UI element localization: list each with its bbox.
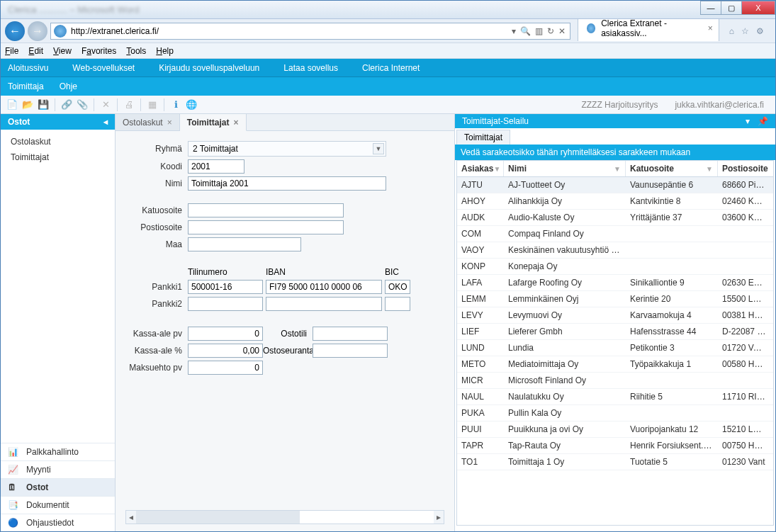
col-header-asiakas[interactable]: Asiakas▼: [457, 161, 504, 176]
table-row[interactable]: TAPRTap-Rauta OyHenrik Forsiuksent. 3900…: [457, 438, 773, 454]
sidebar-nav-ohjaustiedot[interactable]: 🔵 Ohjaustiedot: [1, 514, 115, 531]
table-row[interactable]: LUNDLundiaPetikontie 301720 Vanta: [457, 340, 773, 356]
name-input[interactable]: [188, 176, 386, 191]
grid-body[interactable]: AJTUAJ-Tuotteet OyVaunusepäntie 668660 P…: [457, 177, 773, 525]
table-row[interactable]: LEMMLemminkäinen OyjKerintie 2015500 LAH…: [457, 291, 773, 307]
table-row[interactable]: VAOYKeskinäinen vakuutusyhtiö Oy: [457, 242, 773, 259]
help-globe-icon[interactable]: 🌐: [184, 98, 198, 112]
bank1-iban-input[interactable]: [266, 280, 382, 294]
sidebar-link-toimittajat[interactable]: Toimittajat: [1, 149, 115, 165]
pin-icon[interactable]: 📌: [758, 116, 768, 126]
menu-tools[interactable]: Tools: [126, 46, 146, 56]
post-input[interactable]: [188, 220, 344, 234]
nav-clerica-internet[interactable]: Clerica Internet: [362, 63, 420, 73]
save-icon[interactable]: 💾: [36, 98, 50, 112]
tab-close-icon[interactable]: ×: [167, 118, 172, 128]
tools-gear-icon[interactable]: ⚙: [756, 26, 764, 36]
table-row[interactable]: COMCompaq Finland Oy: [457, 226, 773, 242]
sidebar-nav-ostot[interactable]: 🗓 Ostot: [1, 478, 115, 496]
menu-help[interactable]: Help: [156, 46, 174, 56]
scroll-right-icon[interactable]: ▸: [434, 511, 444, 523]
table-row[interactable]: AUDKAudio-Kaluste OyYrittäjäntie 3703600…: [457, 210, 773, 226]
address-bar[interactable]: ▾ 🔍 ▥ ↻ ✕: [50, 23, 570, 40]
table-row[interactable]: LIEFLieferer GmbhHafensstrasse 44D-22087…: [457, 324, 773, 340]
info-icon[interactable]: ℹ: [169, 98, 183, 112]
menu-view[interactable]: View: [53, 46, 72, 56]
col-header-katuosoite[interactable]: Katuosoite▼: [626, 161, 718, 176]
bank1-acct-input[interactable]: [188, 280, 263, 294]
window-minimize-button[interactable]: —: [700, 1, 721, 15]
col-header-postiosoite[interactable]: Postiosoite: [718, 161, 770, 176]
col-header-nimi[interactable]: Nimi▼: [504, 161, 626, 176]
scroll-thumb[interactable]: [136, 511, 300, 523]
subnav-toimittaja[interactable]: Toimittaja: [8, 81, 44, 91]
favorites-icon[interactable]: ☆: [741, 26, 749, 36]
window-close-button[interactable]: X: [741, 1, 775, 15]
properties-icon[interactable]: ▦: [145, 98, 159, 112]
ostotili-input[interactable]: [313, 327, 388, 341]
sidebar-link-ostolaskut[interactable]: Ostolaskut: [1, 134, 115, 149]
table-row[interactable]: LAFALafarge Roofing OySinikalliontie 902…: [457, 275, 773, 291]
open-icon[interactable]: 📂: [21, 98, 35, 112]
tab-close-icon[interactable]: ×: [708, 23, 713, 33]
filter-icon[interactable]: ▼: [706, 165, 713, 173]
bank2-bic-input[interactable]: [385, 297, 410, 311]
panel-menu-icon[interactable]: ▾: [746, 116, 750, 126]
nav-websovellukset[interactable]: Web-sovellukset: [72, 63, 135, 73]
subnav-ohje[interactable]: Ohje: [60, 81, 77, 91]
menu-favorites[interactable]: Favorites: [81, 46, 116, 56]
tab-ostolaskut[interactable]: Ostolaskut ×: [116, 114, 180, 130]
stop-icon[interactable]: ✕: [558, 26, 566, 36]
table-row[interactable]: NAULNaulatukku OyRiihitie 511710 RIIHI: [457, 389, 773, 405]
sidebar-nav-dokumentit[interactable]: 📑 Dokumentit: [1, 496, 115, 514]
bank1-bic-input[interactable]: [385, 280, 410, 294]
new-icon[interactable]: 📄: [5, 98, 19, 112]
horizontal-scrollbar[interactable]: ◂ ▸: [125, 510, 444, 524]
bank2-iban-input[interactable]: [266, 297, 382, 311]
maksu-input[interactable]: [188, 361, 263, 375]
dropdown-icon[interactable]: ▾: [512, 26, 516, 36]
group-by-hint[interactable]: Vedä sarakeotsikko tähän ryhmitelläksesi…: [455, 145, 775, 160]
nav-aloitussivu[interactable]: Aloitussivu: [8, 63, 48, 73]
ostoseur-input[interactable]: [313, 344, 388, 358]
tab-toimittajat[interactable]: Toimittajat ×: [180, 114, 247, 131]
table-row[interactable]: METOMediatoimittaja OyTyöpaikkakuja 1005…: [457, 356, 773, 373]
filter-icon[interactable]: ▼: [493, 165, 500, 173]
code-input[interactable]: [188, 159, 244, 174]
search-icon[interactable]: 🔍: [520, 26, 531, 36]
compat-icon[interactable]: ▥: [535, 26, 543, 36]
window-maximize-button[interactable]: ▢: [721, 1, 742, 15]
street-input[interactable]: [188, 203, 344, 217]
menu-edit[interactable]: Edit: [28, 46, 43, 56]
kassa-pv-input[interactable]: [188, 327, 263, 341]
nav-lataa[interactable]: Lataa sovellus: [283, 63, 338, 73]
country-input[interactable]: [188, 237, 301, 251]
print-icon[interactable]: 🖨: [122, 98, 136, 112]
menu-file[interactable]: File: [5, 46, 18, 56]
sidebar-nav-myynti[interactable]: 📈 Myynti: [1, 460, 115, 478]
chevron-down-icon[interactable]: ▼: [373, 143, 384, 154]
browse-tab[interactable]: Toimittajat: [456, 130, 510, 145]
table-row[interactable]: LEVYLevymuovi OyKarvaamokuja 400381 Hels…: [457, 307, 773, 324]
attach-icon[interactable]: 📎: [75, 98, 89, 112]
table-row[interactable]: KONPKonepaja Oy: [457, 259, 773, 275]
collapse-icon[interactable]: ◂: [103, 117, 108, 127]
table-row[interactable]: PUKAPullin Kala Oy: [457, 405, 773, 421]
home-icon[interactable]: ⌂: [729, 26, 734, 36]
kassa-pc-input[interactable]: [188, 344, 263, 358]
refresh-icon[interactable]: ↻: [547, 26, 554, 36]
link-icon[interactable]: 🔗: [60, 98, 74, 112]
table-row[interactable]: PUUIPuuikkuna ja ovi OyVuoripojankatu 12…: [457, 421, 773, 438]
forward-button[interactable]: →: [28, 21, 47, 41]
table-row[interactable]: AJTUAJ-Tuotteet OyVaunusepäntie 668660 P…: [457, 177, 773, 193]
table-row[interactable]: MICRMicrosoft Finland Oy: [457, 373, 773, 389]
table-row[interactable]: TO1Toimittaja 1 OyTuotatie 501230 Vant: [457, 454, 773, 470]
nav-kirjaudu[interactable]: Kirjaudu sovelluspalveluun: [159, 63, 259, 73]
sidebar-nav-palkkahallinto[interactable]: 📊 Palkkahallinto: [1, 443, 115, 460]
sidebar-section-header[interactable]: Ostot ◂: [1, 114, 115, 130]
url-input[interactable]: [69, 23, 507, 39]
table-row[interactable]: AHOYAlihankkija OyKantvikintie 802460 KA…: [457, 193, 773, 210]
bank2-acct-input[interactable]: [188, 297, 263, 311]
back-button[interactable]: ←: [5, 21, 25, 41]
tab-close-icon[interactable]: ×: [234, 118, 239, 128]
